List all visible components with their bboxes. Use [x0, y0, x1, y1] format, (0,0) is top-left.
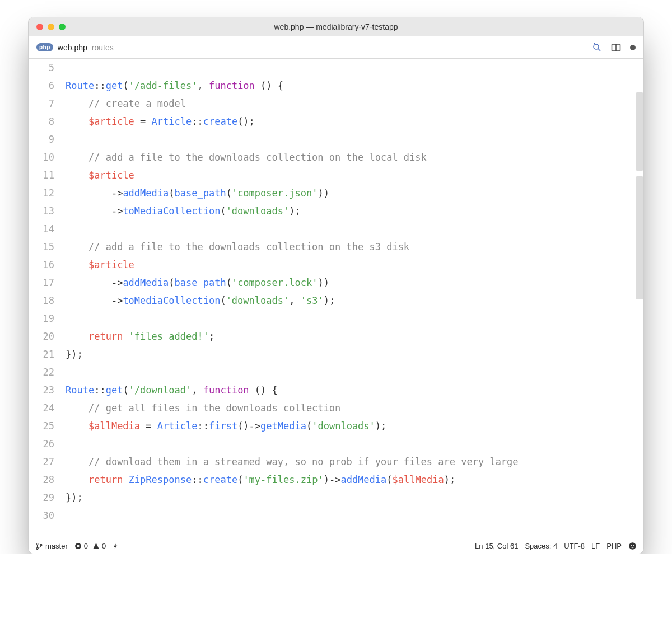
code-line[interactable]: ->toMediaCollection('downloads'); [62, 202, 643, 220]
line-number: 28 [29, 471, 54, 489]
window-title: web.php — medialibrary-v7-testapp [29, 22, 643, 31]
warning-icon [92, 542, 100, 550]
code-line[interactable]: $article [62, 166, 643, 184]
minimize-window-button[interactable] [48, 24, 54, 30]
code-line[interactable]: // get all files in the downloads collec… [62, 399, 643, 417]
code-line[interactable]: Route::get('/add-files', function () { [62, 77, 643, 95]
code-line[interactable] [62, 363, 643, 381]
line-number: 9 [29, 130, 54, 148]
code-line[interactable]: ->addMedia(base_path('composer.lock')) [62, 274, 643, 292]
tab-path: routes [92, 43, 114, 52]
error-count: 0 [84, 542, 88, 550]
line-number: 29 [29, 489, 54, 507]
line-number: 22 [29, 363, 54, 381]
line-number: 15 [29, 238, 54, 256]
problems-status[interactable]: 0 0 [74, 542, 106, 550]
modified-indicator-icon[interactable] [630, 45, 636, 50]
code-line[interactable]: return ZipResponse::create('my-files.zip… [62, 471, 643, 489]
find-replace-icon[interactable] [592, 43, 602, 53]
encoding-status[interactable]: UTF-8 [564, 542, 585, 550]
svg-point-3 [36, 543, 38, 545]
git-branch-status[interactable]: master [35, 542, 68, 550]
line-number: 27 [29, 453, 54, 471]
git-branch-name: master [45, 542, 68, 550]
cursor-position[interactable]: Ln 15, Col 61 [475, 542, 518, 550]
code-line[interactable] [62, 130, 643, 148]
action-indicator[interactable] [113, 542, 119, 550]
vertical-scrollbar[interactable] [636, 59, 643, 538]
line-number: 16 [29, 256, 54, 274]
status-bar: master 0 0 Ln 15, Col 61 Spaces: 4 [29, 538, 643, 554]
line-number-gutter: 5678910111213141516171819202122232425262… [29, 59, 62, 538]
code-editor[interactable]: 5678910111213141516171819202122232425262… [29, 59, 643, 538]
code-line[interactable]: // add a file to the downloads collectio… [62, 148, 643, 166]
zoom-window-button[interactable] [59, 24, 66, 30]
error-icon [74, 542, 82, 550]
line-number: 8 [29, 113, 54, 130]
file-tab[interactable]: php web.php routes [36, 43, 114, 52]
line-number: 24 [29, 399, 54, 417]
tab-filename: web.php [58, 43, 87, 52]
line-number: 23 [29, 381, 54, 399]
code-line[interactable]: $article [62, 256, 643, 274]
feedback-icon[interactable] [628, 542, 637, 550]
line-number: 12 [29, 184, 54, 202]
indentation-status[interactable]: Spaces: 4 [525, 542, 557, 550]
line-number: 5 [29, 59, 54, 77]
php-file-icon: php [36, 43, 53, 51]
code-line[interactable]: }); [62, 345, 643, 363]
code-line[interactable]: Route::get('/download', function () { [62, 381, 643, 399]
line-number: 7 [29, 95, 54, 113]
code-line[interactable]: $article = Article::create(); [62, 113, 643, 130]
line-number: 25 [29, 417, 54, 435]
svg-point-9 [633, 545, 634, 546]
tab-bar: php web.php routes [29, 36, 643, 59]
line-number: 11 [29, 166, 54, 184]
code-line[interactable]: return 'files added!'; [62, 327, 643, 345]
code-line[interactable] [62, 507, 643, 524]
line-number: 13 [29, 202, 54, 220]
line-number: 10 [29, 148, 54, 166]
line-number: 20 [29, 327, 54, 345]
code-area[interactable]: Route::get('/add-files', function () { /… [62, 59, 643, 538]
code-line[interactable]: $allMedia = Article::first()->getMedia('… [62, 417, 643, 435]
code-line[interactable] [62, 310, 643, 327]
line-number: 18 [29, 292, 54, 310]
warning-count: 0 [102, 542, 106, 550]
code-line[interactable]: // create a model [62, 95, 643, 113]
line-number: 26 [29, 435, 54, 453]
split-editor-icon[interactable] [611, 43, 621, 53]
line-number: 14 [29, 220, 54, 238]
language-mode[interactable]: PHP [606, 542, 622, 550]
line-number: 21 [29, 345, 54, 363]
git-branch-icon [35, 542, 43, 550]
bolt-icon [113, 542, 119, 550]
svg-point-7 [629, 542, 636, 550]
code-line[interactable]: // download them in a streamed way, so n… [62, 453, 643, 471]
editor-window: web.php — medialibrary-v7-testapp php we… [28, 17, 644, 554]
titlebar: web.php — medialibrary-v7-testapp [29, 17, 643, 36]
code-line[interactable] [62, 59, 643, 77]
line-number: 19 [29, 310, 54, 327]
code-line[interactable] [62, 220, 643, 238]
eol-status[interactable]: LF [591, 542, 600, 550]
svg-point-0 [594, 44, 599, 49]
line-number: 6 [29, 77, 54, 95]
line-number: 30 [29, 507, 54, 524]
code-line[interactable]: // add a file to the downloads collectio… [62, 238, 643, 256]
code-line[interactable] [62, 435, 643, 453]
line-number: 17 [29, 274, 54, 292]
code-line[interactable]: ->addMedia(base_path('composer.json')) [62, 184, 643, 202]
close-window-button[interactable] [36, 24, 43, 30]
svg-point-4 [36, 547, 38, 549]
svg-point-5 [40, 544, 42, 546]
svg-point-8 [631, 545, 632, 546]
window-controls [29, 24, 66, 30]
code-line[interactable]: }); [62, 489, 643, 507]
code-line[interactable]: ->toMediaCollection('downloads', 's3'); [62, 292, 643, 310]
